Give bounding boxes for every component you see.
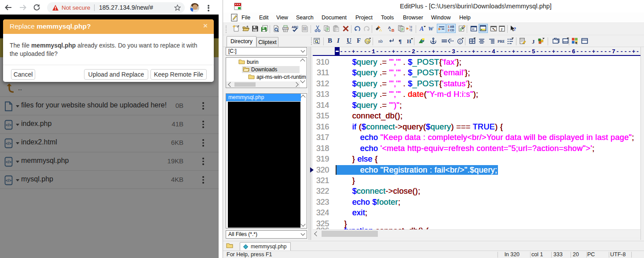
svg-text:AB: AB <box>450 25 454 28</box>
svg-text:H: H <box>304 27 306 31</box>
svg-text:H: H <box>407 38 411 44</box>
svg-text:J: J <box>532 38 535 45</box>
svg-text:F: F <box>501 27 503 32</box>
svg-text:PRE: PRE <box>498 39 505 44</box>
svg-text:c: c <box>459 39 461 44</box>
svg-text:CD: CD <box>450 29 454 32</box>
svg-text:¶: ¶ <box>399 38 402 44</box>
svg-text:A: A <box>419 26 424 32</box>
svg-text:nb: nb <box>378 39 383 44</box>
svg-text:W: W <box>428 25 434 32</box>
svg-text:B: B <box>392 28 395 32</box>
svg-text:2: 2 <box>409 28 410 31</box>
svg-text:1: 1 <box>409 25 410 28</box>
svg-text:1: 1 <box>448 25 450 28</box>
svg-text:2: 2 <box>448 29 450 32</box>
svg-text:?: ? <box>513 26 516 32</box>
svg-text:A: A <box>388 26 391 30</box>
